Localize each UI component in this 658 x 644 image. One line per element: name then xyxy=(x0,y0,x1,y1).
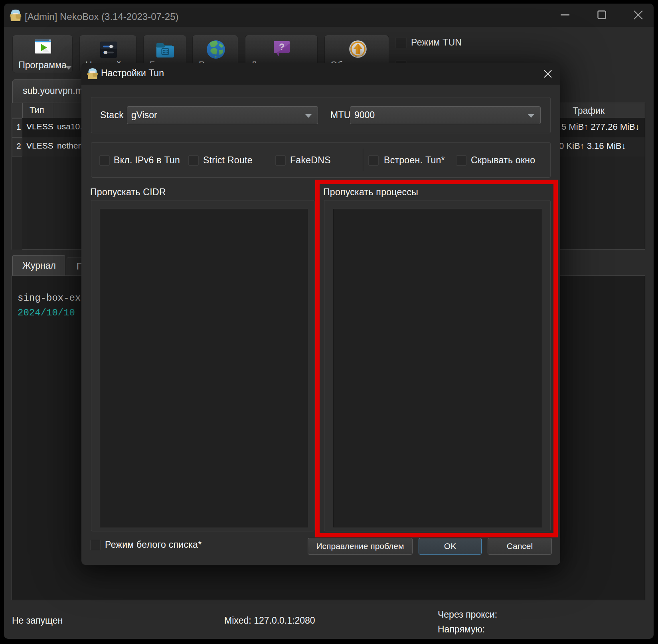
svg-text:?: ? xyxy=(279,42,285,52)
